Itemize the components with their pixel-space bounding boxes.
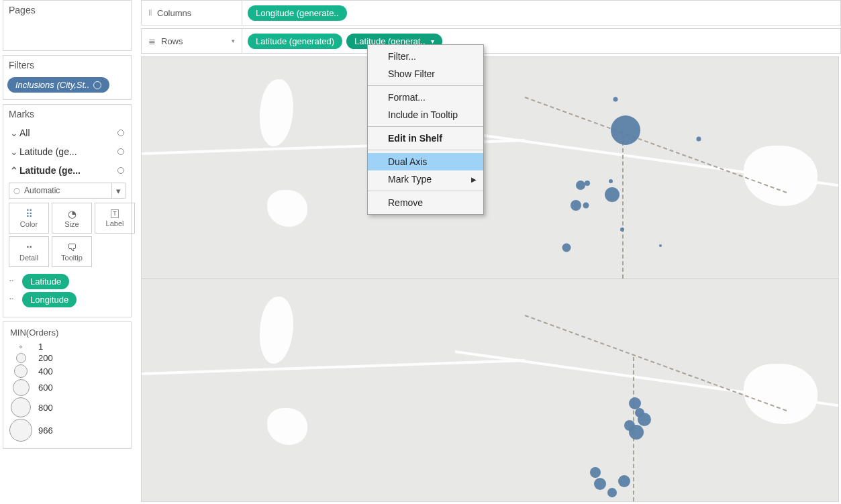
legend-bubble-icon — [16, 353, 26, 363]
menu-include-tooltip[interactable]: Include in Tooltip — [368, 106, 483, 123]
color-icon: ⠿ — [26, 209, 33, 219]
menu-format[interactable]: Format... — [368, 89, 483, 106]
size-icon: ◔ — [68, 209, 77, 219]
detail-label: Detail — [19, 254, 38, 262]
marks-header: Marks — [3, 105, 131, 123]
map-bubble[interactable] — [594, 478, 606, 490]
menu-show-filter[interactable]: Show Filter — [368, 65, 483, 83]
color-label: Color — [20, 220, 38, 228]
marks-lat1-label: Latitude (ge... — [19, 146, 77, 157]
map-bubble[interactable] — [659, 244, 662, 247]
size-label: Size — [64, 220, 79, 228]
tooltip-label: Tooltip — [61, 254, 83, 262]
map-bubble[interactable] — [607, 488, 617, 497]
legend-bubble-icon — [13, 379, 30, 396]
legend-value: 600 — [38, 383, 53, 393]
map-panel-bottom[interactable] — [142, 279, 838, 501]
map-bubble[interactable] — [576, 181, 585, 190]
legend-value: 800 — [38, 403, 53, 413]
marks-section-lat1[interactable]: ⌄ Latitude (ge... — [3, 142, 131, 161]
rows-pill-latitude-1[interactable]: Latitude (generated) — [248, 34, 342, 49]
legend-bubble-icon — [14, 364, 28, 378]
detail-shelf-icon: ⠒ — [9, 277, 18, 286]
legend-row: 600 — [9, 379, 126, 396]
legend-row: 800 — [9, 397, 126, 417]
legend-row: 966 — [9, 419, 126, 442]
legend-row: 1 — [9, 342, 126, 352]
submenu-arrow-icon: ▶ — [471, 176, 477, 183]
columns-shelf[interactable]: ⦀ Columns Longitude (generate.. — [141, 0, 841, 26]
tooltip-card[interactable]: 🗨 Tooltip — [52, 236, 92, 267]
label-label: Label — [106, 219, 124, 228]
marks-all-label: All — [19, 128, 30, 138]
filters-header: Filters — [3, 56, 131, 74]
filter-pill-inclusions[interactable]: Inclusions (City,St.. — [7, 77, 109, 93]
label-icon: T — [111, 209, 119, 218]
pages-header: Pages — [3, 1, 131, 19]
map-bubble[interactable] — [585, 181, 590, 186]
label-card[interactable]: T Label — [95, 203, 135, 234]
map-bubble[interactable] — [611, 115, 640, 145]
mark-indicator-icon — [117, 167, 124, 174]
map-bubble[interactable] — [605, 187, 620, 202]
chevron-down-icon: ▾ — [232, 38, 235, 44]
mark-indicator-icon — [117, 130, 124, 136]
mark-pill-latitude[interactable]: Latitude — [22, 274, 69, 289]
legend-row: 200 — [9, 353, 126, 363]
legend-title: MIN(Orders) — [9, 326, 126, 342]
map-bubble[interactable] — [638, 413, 651, 426]
chevron-up-icon: ⌃ — [10, 165, 17, 176]
detail-card[interactable]: ⠒ Detail — [9, 236, 49, 267]
detail-icon: ⠒ — [26, 242, 33, 252]
columns-label: Columns — [157, 8, 191, 18]
size-card[interactable]: ◔ Size — [52, 203, 92, 234]
map-panel-top[interactable] — [142, 57, 838, 279]
rows-label: Rows — [161, 36, 183, 46]
legend-bubble-icon — [9, 419, 32, 442]
menu-edit-shelf[interactable]: Edit in Shelf — [368, 130, 483, 147]
mark-type-dropdown[interactable]: ▾ — [112, 183, 126, 199]
map-bubble[interactable] — [629, 425, 644, 440]
columns-pill-longitude[interactable]: Longitude (generate.. — [248, 5, 347, 21]
color-card[interactable]: ⠿ Color — [9, 203, 49, 234]
mark-type-select[interactable]: Automatic — [9, 183, 112, 199]
menu-dual-axis[interactable]: Dual Axis — [368, 153, 483, 170]
mark-indicator-icon — [117, 148, 124, 155]
marks-section-all[interactable]: ⌄ All — [3, 123, 131, 142]
columns-icon: ⦀ — [148, 7, 152, 18]
legend-bubble-icon — [19, 346, 22, 348]
filters-panel: Filters Inclusions (City,St.. — [3, 55, 132, 100]
legend-value: 1 — [38, 342, 43, 352]
menu-filter[interactable]: Filter... — [368, 48, 483, 65]
tooltip-icon: 🗨 — [67, 242, 77, 252]
legend-value: 400 — [38, 366, 53, 376]
legend-panel: MIN(Orders) 1200400600800966 — [3, 321, 132, 449]
map-bubble[interactable] — [590, 467, 601, 478]
pages-panel: Pages — [3, 0, 132, 51]
map-bubble[interactable] — [571, 200, 581, 211]
marks-lat2-label: Latitude (ge... — [19, 165, 81, 176]
visualization-area — [141, 56, 839, 502]
rows-shelf[interactable]: ≣ Rows ▾ Latitude (generated) Latitude (… — [141, 28, 841, 54]
map-bubble[interactable] — [609, 179, 613, 183]
chevron-down-icon: ⌄ — [10, 128, 17, 138]
map-bubble[interactable] — [613, 97, 617, 101]
menu-mark-type[interactable]: Mark Type ▶ — [368, 170, 483, 188]
map-bubble[interactable] — [618, 475, 630, 487]
marks-section-lat2[interactable]: ⌃ Latitude (ge... — [3, 161, 131, 180]
legend-row: 400 — [9, 364, 126, 378]
legend-value: 966 — [38, 425, 53, 436]
map-bubble[interactable] — [697, 137, 701, 142]
pill-context-menu: Filter... Show Filter Format... Include … — [367, 44, 484, 215]
map-bubble[interactable] — [583, 203, 589, 209]
chevron-down-icon: ▾ — [431, 38, 434, 45]
menu-remove[interactable]: Remove — [368, 194, 483, 211]
map-bubble[interactable] — [562, 243, 571, 252]
legend-value: 200 — [38, 353, 53, 363]
map-bubble[interactable] — [620, 228, 624, 232]
legend-bubble-icon — [11, 397, 31, 417]
chevron-down-icon: ⌄ — [10, 146, 17, 157]
mark-pill-longitude[interactable]: Longitude — [22, 292, 77, 307]
detail-shelf-icon: ⠒ — [9, 295, 18, 304]
marks-panel: Marks ⌄ All ⌄ Latitude (ge... ⌃ Latitude… — [3, 104, 132, 317]
